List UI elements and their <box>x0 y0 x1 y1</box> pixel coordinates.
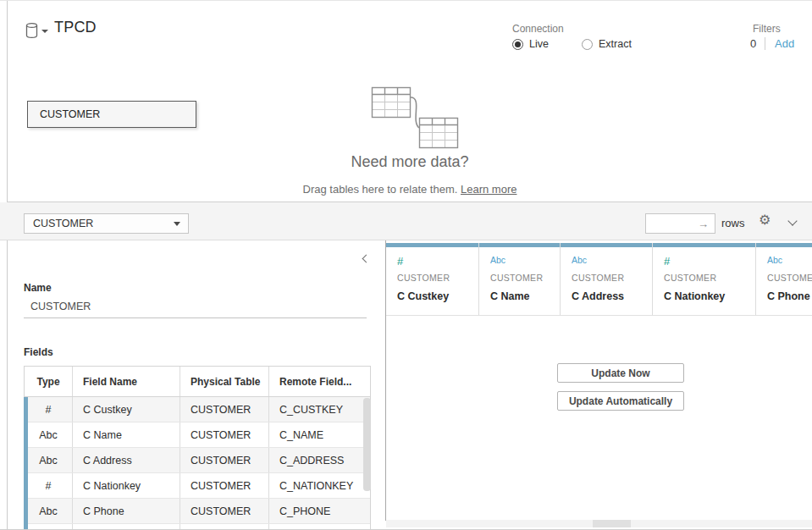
radio-extract-icon[interactable] <box>582 39 593 50</box>
filters-add-link[interactable]: Add <box>775 37 794 50</box>
fields-table: Type Field Name Physical Table Remote Fi… <box>24 366 371 530</box>
field-row-partial[interactable] <box>25 524 370 530</box>
fields-table-selection-bar <box>24 397 28 530</box>
apply-rows-arrow-icon[interactable]: → <box>698 218 709 230</box>
fields-table-scrollbar[interactable] <box>363 398 371 491</box>
datasource-page: TPCD Connection Live Extract Filters 0 A… <box>0 0 812 530</box>
col-header-type: Type <box>25 367 73 396</box>
number-type-icon: # <box>25 473 73 498</box>
grid-column-c-address[interactable]: Abc CUSTOMER C Address <box>561 243 653 316</box>
empty-state-subtitle: Drag tables here to relate them. Learn m… <box>8 183 812 196</box>
number-type-icon: # <box>25 397 73 422</box>
radio-live-icon[interactable] <box>512 39 523 50</box>
field-row-c-custkey[interactable]: # C Custkey CUSTOMER C_CUSTKEY <box>25 397 370 422</box>
name-input[interactable]: CUSTOMER <box>24 295 367 318</box>
database-icon[interactable] <box>25 22 39 39</box>
column-table-name: CUSTOMER <box>664 273 755 283</box>
field-row-c-name[interactable]: Abc C Name CUSTOMER C_NAME <box>25 422 370 448</box>
grid-column-c-nationkey[interactable]: # CUSTOMER C Nationkey <box>653 243 756 316</box>
datasource-title: TPCD <box>54 19 97 36</box>
string-type-icon: Abc <box>767 255 812 268</box>
radio-extract-label: Extract <box>599 38 632 50</box>
empty-state-title: Need more data? <box>8 153 812 171</box>
dropdown-caret-icon <box>174 222 180 226</box>
field-row-c-address[interactable]: Abc C Address CUSTOMER C_ADDRESS <box>25 448 370 473</box>
radio-live[interactable]: Live <box>512 38 549 50</box>
relate-tables-illustration-icon <box>360 84 470 153</box>
learn-more-link[interactable]: Learn more <box>461 183 516 196</box>
column-table-name: CUSTOMER <box>572 273 652 283</box>
column-field-name: C Phone <box>767 290 812 302</box>
collapse-panel-icon[interactable] <box>362 255 371 263</box>
number-type-icon: # <box>397 255 478 268</box>
canvas-table-pill[interactable]: CUSTOMER <box>27 101 196 128</box>
column-field-name: C Custkey <box>397 290 478 302</box>
column-field-name: C Name <box>490 290 560 302</box>
rows-count-input[interactable]: → <box>645 213 715 234</box>
filters-label: Filters <box>753 23 781 35</box>
filters-separator <box>765 37 765 50</box>
string-type-icon: Abc <box>25 448 73 472</box>
grid-column-c-name[interactable]: Abc CUSTOMER C Name <box>479 243 561 316</box>
column-table-name: CUSTOMER <box>490 273 560 283</box>
update-automatically-button[interactable]: Update Automatically <box>557 391 684 411</box>
string-type-icon: Abc <box>572 255 652 268</box>
gear-icon[interactable]: ⚙ <box>759 213 771 227</box>
chevron-down-icon[interactable] <box>787 216 797 225</box>
grid-column-c-phone[interactable]: Abc CUSTOMER C Phone <box>756 243 812 316</box>
col-header-physical-table: Physical Table <box>180 367 269 396</box>
column-table-name: CUSTOMER <box>767 273 812 283</box>
grid-horizontal-scrollbar-thumb[interactable] <box>593 520 631 527</box>
filters-count: 0 <box>750 37 756 50</box>
radio-extract[interactable]: Extract <box>582 38 632 50</box>
grid-column-c-custkey[interactable]: # CUSTOMER C Custkey <box>386 243 479 316</box>
column-table-name: CUSTOMER <box>397 273 478 283</box>
col-header-field-name: Field Name <box>73 367 180 396</box>
grid-header-divider <box>386 315 812 316</box>
number-type-icon: # <box>664 255 755 268</box>
database-menu-caret-icon[interactable] <box>41 30 48 33</box>
string-type-icon: Abc <box>490 255 560 268</box>
col-header-remote-field: Remote Field... <box>269 367 370 396</box>
column-field-name: C Nationkey <box>664 290 755 302</box>
name-label: Name <box>24 282 52 294</box>
grid-toolbar: CUSTOMER → rows ⚙ <box>0 202 812 240</box>
field-row-c-phone[interactable]: Abc C Phone CUSTOMER C_PHONE <box>25 499 370 524</box>
fields-label: Fields <box>24 346 53 358</box>
relationship-canvas[interactable]: CUSTOMER Need <box>8 60 812 202</box>
string-type-icon: Abc <box>25 499 73 523</box>
field-row-c-nationkey[interactable]: # C Nationkey CUSTOMER C_NATIONKEY <box>25 473 370 499</box>
radio-live-label: Live <box>529 38 549 50</box>
update-now-button[interactable]: Update Now <box>557 363 684 383</box>
column-field-name: C Address <box>572 290 652 302</box>
string-type-icon: Abc <box>25 422 73 447</box>
rows-label: rows <box>721 217 744 229</box>
connection-label: Connection <box>512 23 564 35</box>
table-select-dropdown[interactable]: CUSTOMER <box>24 213 189 234</box>
fields-table-header: Type Field Name Physical Table Remote Fi… <box>25 367 370 397</box>
